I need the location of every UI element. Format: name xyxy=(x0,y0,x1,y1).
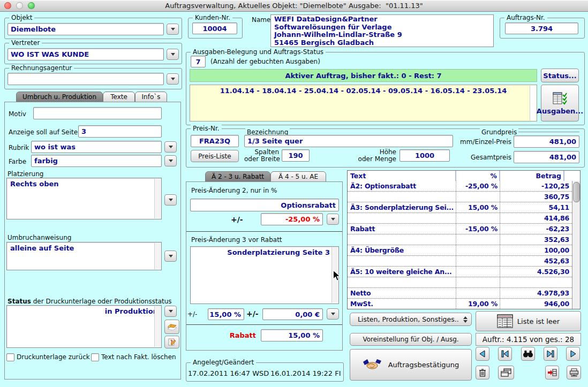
platzierung-listbox[interactable]: Rechts oben xyxy=(6,178,162,219)
customer-name-box[interactable]: WEFI DataDesign&Partner Softwarelösungen… xyxy=(270,14,494,47)
p3-dropdown-button[interactable] xyxy=(327,308,339,320)
ausgaben-button[interactable]: Ausgaben... xyxy=(541,85,579,122)
table-cell: 360,75 xyxy=(500,192,572,202)
kunden-nr-input[interactable]: 10004 xyxy=(192,22,237,34)
column-header-text[interactable]: Text xyxy=(348,171,456,181)
tab-umbruch-produktion[interactable]: Umbruch u. Produktion xyxy=(16,92,103,102)
p3-eur-input[interactable]: 0,00 € xyxy=(262,308,323,320)
column-header-betrag[interactable]: Betrag xyxy=(500,171,564,181)
table-row[interactable]: Rabatt-15,00 %-62,23 xyxy=(348,224,572,234)
table-row[interactable]: Ä2: Optionsrabatt-25,00 %-120,25 xyxy=(348,181,572,192)
new-record-button[interactable] xyxy=(545,366,559,380)
motiv-input[interactable] xyxy=(33,107,162,119)
table-row[interactable]: 360,75 xyxy=(348,192,572,202)
copy-button[interactable] xyxy=(498,366,514,380)
tab-infos[interactable]: Info`s xyxy=(135,92,167,102)
nav-prev-button[interactable] xyxy=(476,347,489,361)
table-row[interactable]: Ä4: Übergröße100,00 xyxy=(348,245,572,256)
umbruchanweisung-listbox[interactable]: alleine auf Seite xyxy=(6,242,162,270)
nav-last-button[interactable] xyxy=(544,347,557,361)
objekt-dropdown-button[interactable] xyxy=(167,24,179,35)
einzelpreis-label: mm/Einzel-Preis xyxy=(458,138,511,146)
hoehe-input[interactable]: 1000 xyxy=(399,149,450,162)
umbruchanweisung-scrollbar[interactable] xyxy=(154,243,161,269)
table-row[interactable] xyxy=(348,277,572,288)
tab-ae23-rabatt[interactable]: Ä 2 - 3 u. Rabatt xyxy=(205,171,270,182)
checkbox-text-loeschen[interactable] xyxy=(91,353,99,361)
rechnungsagentur-dropdown-button[interactable] xyxy=(167,73,179,85)
table-row[interactable]: 414,86 xyxy=(348,213,572,224)
bezeichnung-input[interactable]: 1/3 Seite quer xyxy=(244,135,453,147)
platzierung-dropdown-button[interactable] xyxy=(164,194,177,206)
title-bar[interactable]: Auftragsverwaltung, Aktuelles Objekt: "D… xyxy=(0,0,588,12)
eraser-button[interactable] xyxy=(164,320,179,334)
status-button[interactable]: Status... xyxy=(541,69,579,82)
tab-texte[interactable]: Texte xyxy=(103,92,135,102)
ausgaben-dates-listbox[interactable]: 11.04.14 - 18.04.14 - 25.04.14 - 02.05.1… xyxy=(190,85,537,122)
farbe-dropdown-button[interactable] xyxy=(164,155,177,166)
note-button[interactable]: ? xyxy=(164,336,179,348)
rubrik-input[interactable]: wo ist was xyxy=(31,141,162,153)
p2-pct-input[interactable]: -25,00 % xyxy=(261,213,323,225)
table-row[interactable]: Ä3: Sonderplatzierung Sei...15,00 %54,11 xyxy=(348,202,572,213)
nav-first-button[interactable] xyxy=(498,347,512,361)
table-cell xyxy=(456,213,500,223)
platzierung-scrollbar[interactable] xyxy=(154,179,161,218)
spalten-input[interactable]: 190 xyxy=(282,149,310,162)
delete-button[interactable] xyxy=(476,366,489,380)
tab-ae45-ae[interactable]: Ä 4 - 5 u. AE xyxy=(270,171,326,182)
auftrags-nr-input[interactable]: 3.794 xyxy=(505,22,578,34)
vertreter-dropdown-button[interactable] xyxy=(167,49,179,60)
nav-next-button[interactable] xyxy=(566,347,580,361)
status-dropdown-button[interactable] xyxy=(164,306,177,317)
p2-dropdown-button[interactable] xyxy=(327,214,339,225)
gesamtpreis-input[interactable]: 481,00 xyxy=(514,151,579,163)
table-row[interactable]: Ä5: 10 weitere gleiche An...4.526,30 xyxy=(348,267,572,277)
arrow-left-icon xyxy=(479,350,486,358)
einzelpreis-input[interactable]: 481,00 xyxy=(514,135,579,148)
column-header-pct[interactable]: % xyxy=(456,171,500,181)
voreinstellung-button[interactable]: Voreinstellung für Obj. / Ausg. xyxy=(350,333,472,346)
vertreter-input[interactable]: WO IST WAS KUNDE xyxy=(7,48,164,60)
auftrags-nr-label: Auftrags-Nr. xyxy=(504,14,547,22)
table-row[interactable]: 352,63 xyxy=(348,234,572,245)
liste-ist-leer-button[interactable]: Liste ist leer xyxy=(476,311,581,331)
table-cell: -120,25 xyxy=(500,181,572,191)
auftragsbestaetigung-button[interactable]: Auftragsbestätigung xyxy=(350,349,472,381)
p3-pct-input[interactable]: 15,00 % xyxy=(208,308,244,320)
pencil-note-icon: ? xyxy=(168,338,176,346)
p3-label: Preis-Änderung 3 vor Rabatt xyxy=(191,236,282,244)
print-button[interactable] xyxy=(567,366,581,380)
seite-input[interactable]: 3 xyxy=(78,125,162,138)
farbe-input[interactable]: farbig xyxy=(31,155,162,167)
preis-liste-button[interactable]: Preis-Liste xyxy=(191,150,239,162)
rechnungsagentur-input[interactable] xyxy=(7,73,164,85)
aktiver-auftrag-bar: Aktiver Auftrag, bisher fakt.: 0 - Rest:… xyxy=(190,69,537,82)
table-scrollbar-thumb[interactable] xyxy=(573,182,580,202)
table-scrollbar[interactable] xyxy=(572,181,580,309)
rubrik-dropdown-button[interactable] xyxy=(164,141,177,153)
table-row[interactable]: MwSt.19,00 %946,00 xyxy=(348,299,572,309)
status-scrollbar[interactable] xyxy=(154,306,161,347)
objekt-input[interactable]: Diemelbote xyxy=(7,23,164,35)
table-row[interactable]: 452,63 xyxy=(348,256,572,267)
anzahl-ausgaben-input[interactable]: 7 xyxy=(191,56,206,67)
binoculars-icon xyxy=(523,350,533,358)
checkbox-druckunterlage[interactable] xyxy=(6,353,14,361)
preis-nr-input[interactable]: FRA23Q xyxy=(191,135,239,147)
application-window: Auftragsverwaltung, Aktuelles Objekt: "D… xyxy=(0,0,588,387)
p3-textarea[interactable]: Sonderplatzierung Seite 3 xyxy=(190,246,339,304)
table-cell xyxy=(348,234,456,245)
umbruchanweisung-dropdown-button[interactable] xyxy=(164,251,177,262)
table-row[interactable]: Netto4.978,93 xyxy=(348,288,572,299)
copy-windows-icon xyxy=(501,368,511,377)
platzierung-value: Rechts oben xyxy=(10,180,59,188)
status-listbox[interactable]: in Produktion xyxy=(6,305,162,348)
p2-text-input[interactable]: Optionsrabatt xyxy=(190,199,339,211)
dates-scrollbar[interactable] xyxy=(530,86,536,120)
listen-dropdown[interactable]: Listen, Produktion, Sonstiges.. xyxy=(350,313,472,326)
rabatt-input[interactable]: 15,00 % xyxy=(261,329,323,342)
hoehe-label-1: Höhe xyxy=(353,148,396,156)
search-button[interactable] xyxy=(521,347,535,361)
price-table[interactable]: Text % Betrag Ä2: Optionsrabatt-25,00 %-… xyxy=(347,170,581,309)
